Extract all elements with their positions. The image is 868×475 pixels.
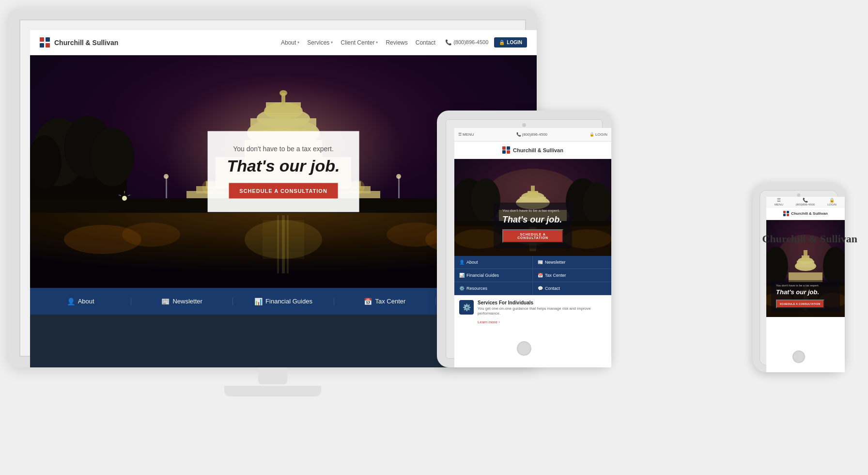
tablet-nav-newsletter[interactable]: 📰 Newsletter — [533, 256, 611, 269]
logo-sq-3 — [40, 43, 44, 48]
mobile-logo-sq-3 — [783, 214, 786, 216]
tablet-camera — [522, 123, 526, 127]
svg-rect-54 — [398, 176, 400, 198]
mobile-frame: ☰ MENU 📞 (800)896-4500 🔒 LOGIN — [753, 183, 845, 372]
tablet-nav-resources-label: Resources — [466, 286, 487, 291]
tablet-phone-item[interactable]: 📞 (800)896-4500 — [516, 132, 547, 137]
svg-rect-52 — [166, 176, 167, 198]
tablet-logo-sq-2 — [507, 146, 510, 150]
desktop-login-label: LOGIN — [507, 40, 522, 45]
tablet-logo-sq-1 — [502, 146, 506, 150]
individuals-icon: ⚙️ — [463, 303, 471, 311]
tablet-login-item[interactable]: 🔒 LOGIN — [589, 132, 607, 137]
tablet-nav-grid: 👤 About 📰 Newsletter 📊 Financial Guides … — [454, 256, 611, 295]
desktop-hero-subtitle: You don't have to be a tax expert. — [227, 145, 340, 153]
logo-sq-1 — [40, 37, 44, 42]
mobile-screen: ☰ MENU 📞 (800)896-4500 🔒 LOGIN — [766, 197, 845, 372]
mobile-phone-item[interactable]: 📞 (800)896-4500 — [796, 198, 815, 206]
tablet-nav-about-label: About — [466, 260, 478, 265]
desktop-login-button[interactable]: 🔒 LOGIN — [494, 37, 527, 48]
desktop-phone: 📞 (800)896-4500 — [445, 39, 488, 46]
nav-link-reviews[interactable]: Reviews — [386, 39, 407, 46]
tablet-service-row: ⚙️ Services For Individuals You get one-… — [459, 300, 606, 325]
tablet-learn-more-link[interactable]: Learn more › — [478, 320, 500, 324]
tablet-nav-financial-label: Financial Guides — [466, 273, 499, 278]
tablet-nav-financial[interactable]: 📊 Financial Guides — [454, 269, 533, 282]
tablet-nav-financial-icon: 📊 — [459, 273, 465, 278]
nav-link-services[interactable]: Services ▾ — [307, 39, 333, 46]
mobile-hero-cta-button[interactable]: SCHEDULE A CONSULTATION — [776, 300, 824, 308]
nav-link-about[interactable]: About ▾ — [281, 39, 299, 46]
newsletter-icon: 📰 — [161, 298, 170, 305]
mobile-top-bar: ☰ MENU 📞 (800)896-4500 🔒 LOGIN — [766, 197, 845, 207]
tablet-nav-contact-label: Contact — [545, 286, 560, 291]
phone-icon: 📞 — [445, 39, 452, 45]
svg-point-53 — [164, 174, 169, 179]
footer-nav-financial-guides-label: Financial Guides — [265, 298, 312, 305]
tablet-device: ☰ MENU 📞 (800)896-4500 🔒 LOGIN — [437, 111, 611, 367]
hamburger-icon: ☰ — [458, 132, 462, 137]
tablet-screen: ☰ MENU 📞 (800)896-4500 🔒 LOGIN — [454, 128, 611, 367]
svg-point-61 — [583, 182, 611, 225]
monitor-stand — [224, 367, 321, 396]
tablet-nav-tax[interactable]: 📅 Tax Center — [533, 269, 611, 282]
tablet-nav-newsletter-icon: 📰 — [538, 260, 543, 265]
footer-nav-tax-center[interactable]: 📅 Tax Center — [334, 298, 435, 305]
svg-rect-42 — [282, 215, 285, 273]
tablet-home-button[interactable] — [517, 341, 531, 356]
footer-nav-about[interactable]: 👤 About — [30, 298, 131, 305]
mobile-login-item[interactable]: 🔒 LOGIN — [827, 198, 837, 206]
tablet-logo-icon — [502, 146, 510, 154]
svg-point-55 — [396, 174, 401, 179]
mobile-hero-title: That's our job. — [776, 288, 835, 296]
mobile-logo-text: Churchill & Sullivan — [791, 211, 828, 216]
tablet-frame: ☰ MENU 📞 (800)896-4500 🔒 LOGIN — [437, 111, 611, 367]
tablet-service-content: ⚙️ Services For Individuals You get one-… — [454, 295, 611, 330]
svg-rect-43 — [287, 215, 289, 273]
tablet-service-title: Services For Individuals — [478, 300, 606, 305]
tablet-nav-contact[interactable]: 💬 Contact — [533, 282, 611, 295]
tablet-hero: You don't have to be a tax expert. That'… — [454, 159, 611, 256]
footer-nav-financial-guides[interactable]: 📊 Financial Guides — [233, 298, 334, 305]
tablet-nav-about[interactable]: 👤 About — [454, 256, 533, 269]
desktop-hero-title: That's our job. — [227, 157, 340, 175]
tablet-hero-cta-button[interactable]: SCHEDULE A CONSULTATION — [502, 229, 563, 243]
tablet-nav-newsletter-label: Newsletter — [545, 260, 566, 265]
mobile-menu-label: MENU — [775, 203, 783, 206]
mobile-logo-sq-2 — [787, 211, 789, 213]
svg-point-47 — [387, 222, 445, 247]
logo-icon — [40, 37, 50, 48]
footer-nav-newsletter[interactable]: 📰 Newsletter — [131, 298, 232, 305]
desktop-nav: Churchill & Sullivan About ▾ Services ▾ … — [30, 30, 537, 55]
tablet-service-description: You get one-on-one guidance that helps m… — [478, 306, 606, 317]
nav-link-contact[interactable]: Contact — [416, 39, 435, 46]
mobile-logo-sq-1 — [783, 211, 786, 213]
mobile-login-label: LOGIN — [827, 203, 837, 206]
chart-icon: 📊 — [254, 298, 263, 305]
mobile-camera — [797, 193, 801, 197]
mobile-menu-item[interactable]: ☰ MENU — [775, 198, 783, 206]
tablet-hero-subtitle: You don't have to be a tax expert. — [502, 208, 563, 213]
tablet-menu-item[interactable]: ☰ MENU — [458, 132, 474, 137]
desktop-logo-text: Churchill & Sullivan — [54, 39, 118, 47]
monitor-stand-neck — [258, 367, 287, 384]
tablet-top-bar: ☰ MENU 📞 (800)896-4500 🔒 LOGIN — [454, 128, 611, 142]
nav-link-client-center[interactable]: Client Center ▾ — [341, 39, 378, 46]
tablet-nav-resources[interactable]: ⚙️ Resources — [454, 282, 533, 295]
svg-point-31 — [279, 90, 287, 96]
tablet-nav-tax-icon: 📅 — [538, 273, 543, 278]
nav-link-client-center-label: Client Center — [341, 39, 374, 46]
tablet-nav-tax-label: Tax Center — [545, 273, 566, 278]
scene: Churchill & Sullivan About ▾ Services ▾ … — [0, 0, 868, 475]
desktop-nav-right: 📞 (800)896-4500 🔒 LOGIN — [445, 37, 527, 48]
desktop-logo: Churchill & Sullivan — [40, 37, 118, 48]
desktop-phone-number: (800)896-4500 — [453, 39, 488, 45]
tablet-logo-text: Churchill & Sullivan — [513, 147, 563, 153]
chevron-down-icon-2: ▾ — [331, 40, 333, 45]
tablet-phone-number: (800)896-4500 — [522, 132, 547, 137]
mobile-phone-icon: 📞 — [803, 198, 808, 203]
desktop-hero-cta-button[interactable]: SCHEDULE A CONSULTATION — [229, 183, 338, 199]
svg-point-45 — [122, 222, 180, 247]
mobile-home-button[interactable] — [792, 350, 805, 363]
tablet-logo-sq-4 — [507, 150, 510, 154]
